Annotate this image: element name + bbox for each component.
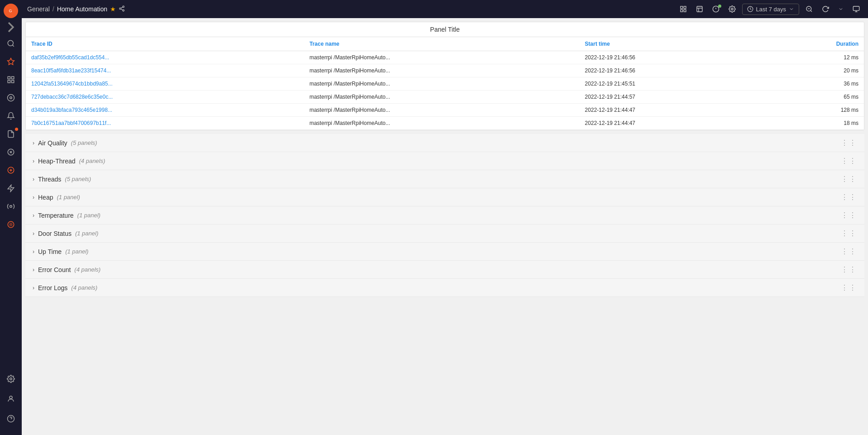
app-logo[interactable]: G	[4, 4, 18, 18]
sidebar-item-alerting[interactable]	[2, 108, 20, 124]
row-group[interactable]: › Air Quality (5 panels) ⋮⋮	[25, 134, 864, 152]
drag-handle-icon[interactable]: ⋮⋮	[841, 193, 857, 201]
start-time-cell: 2022-12-19 21:44:47	[580, 104, 764, 117]
refresh-dropdown-button[interactable]	[835, 5, 846, 14]
sidebar-item-user[interactable]	[2, 391, 20, 407]
time-range-label: Last 7 days	[756, 6, 786, 13]
dashboard-settings-button[interactable]	[726, 4, 739, 14]
svg-point-2	[8, 40, 13, 46]
sidebar-item-plugin2[interactable]	[2, 162, 20, 178]
table-row[interactable]: daf35b2ef9f65db55cad1dc554... masterrpi …	[26, 51, 864, 64]
row-group[interactable]: › Heap (1 panel) ⋮⋮	[25, 188, 864, 206]
group-name: Threads	[38, 176, 61, 183]
share-button[interactable]	[119, 5, 125, 13]
trace-id-cell[interactable]: 12042fa513649674cb1bbd9a85...	[26, 77, 304, 91]
group-name: Error Count	[38, 266, 71, 273]
add-panel-button[interactable]	[677, 4, 690, 14]
sidebar-item-dashboards[interactable]	[2, 72, 20, 88]
table-row[interactable]: 727debacc36c7d6828e6c35e0c... masterrpi …	[26, 91, 864, 104]
start-time-cell: 2022-12-19 21:44:47	[580, 117, 764, 130]
chevron-icon: ›	[33, 230, 34, 237]
drag-handle-icon[interactable]: ⋮⋮	[841, 139, 857, 147]
row-group[interactable]: › Error Logs (4 panels) ⋮⋮	[25, 279, 864, 297]
col-trace-id[interactable]: Trace ID	[26, 37, 304, 51]
start-time-cell: 2022-12-19 21:46:56	[580, 51, 764, 64]
table-row[interactable]: d34b019a3bfaca793c465e1998... masterrpi …	[26, 104, 864, 117]
svg-rect-27	[684, 6, 686, 9]
row-groups: › Air Quality (5 panels) ⋮⋮ › Heap-Threa…	[25, 134, 864, 297]
table-row[interactable]: 12042fa513649674cb1bbd9a85... masterrpi …	[26, 77, 864, 91]
trace-name-cell: masterrpi /MasterRpiHomeAuto...	[304, 104, 579, 117]
tv-mode-button[interactable]	[850, 4, 863, 14]
trace-id-cell[interactable]: 7b0c16751aa7bbf4700697b11f...	[26, 117, 304, 130]
table-row[interactable]: 8eac10f5af6fdb31ae233f15474... masterrpi…	[26, 64, 864, 77]
duration-cell: 20 ms	[764, 64, 864, 77]
trace-id-cell[interactable]: daf35b2ef9f65db55cad1dc554...	[26, 51, 304, 64]
online-badge	[718, 5, 721, 8]
sidebar-item-settings[interactable]	[2, 371, 20, 387]
sidebar-item-plugin4[interactable]	[2, 198, 20, 215]
dashboard-info-button[interactable]	[710, 4, 722, 14]
sidebar-item-explore[interactable]	[2, 90, 20, 106]
chevron-icon: ›	[33, 176, 34, 182]
sidebar-item-plugin5[interactable]	[2, 216, 20, 233]
svg-point-17	[10, 378, 12, 380]
group-name: Door Status	[38, 230, 72, 237]
sidebar-item-search[interactable]	[2, 35, 20, 52]
drag-handle-icon[interactable]: ⋮⋮	[841, 211, 857, 220]
time-range-picker[interactable]: Last 7 days	[742, 4, 800, 15]
start-time-cell: 2022-12-19 21:45:51	[580, 77, 764, 91]
col-trace-name[interactable]: Trace name	[304, 37, 579, 51]
trace-id-cell[interactable]: 8eac10f5af6fdb31ae233f15474...	[26, 64, 304, 77]
start-time-cell: 2022-12-19 21:46:56	[580, 64, 764, 77]
table-row[interactable]: 7b0c16751aa7bbf4700697b11f... masterrpi …	[26, 117, 864, 130]
trace-panel: Panel Title Trace ID Trace name Start ti…	[25, 22, 864, 130]
group-count: (5 panels)	[71, 139, 97, 146]
row-group[interactable]: › Threads (5 panels) ⋮⋮	[25, 170, 864, 188]
col-duration[interactable]: Duration	[764, 37, 864, 51]
sidebar-item-starred[interactable]	[2, 53, 20, 70]
col-start-time[interactable]: Start time	[580, 37, 764, 51]
drag-handle-icon[interactable]: ⋮⋮	[841, 265, 857, 274]
sidebar-item-plugin3[interactable]	[2, 180, 20, 196]
sidebar-item-annotations[interactable]	[2, 126, 20, 142]
topbar: General / Home Automation ★	[22, 0, 868, 18]
row-group[interactable]: › Error Count (4 panels) ⋮⋮	[25, 261, 864, 279]
drag-handle-icon[interactable]: ⋮⋮	[841, 283, 857, 292]
row-group[interactable]: › Door Status (1 panel) ⋮⋮	[25, 225, 864, 243]
svg-rect-26	[681, 6, 683, 9]
main-area: General / Home Automation ★	[22, 0, 868, 435]
sidebar-item-help[interactable]	[2, 411, 20, 427]
svg-rect-7	[12, 81, 14, 83]
trace-name-cell: masterrpi /MasterRpiHomeAuto...	[304, 91, 579, 104]
share-dashboard-button[interactable]	[693, 4, 706, 14]
trace-id-cell[interactable]: d34b019a3bfaca793c465e1998...	[26, 104, 304, 117]
drag-handle-icon[interactable]: ⋮⋮	[841, 175, 857, 183]
refresh-button[interactable]	[819, 4, 832, 14]
group-name: Error Logs	[38, 284, 67, 292]
breadcrumb-current[interactable]: Home Automation	[57, 5, 107, 13]
zoom-out-button[interactable]	[803, 4, 815, 14]
row-group[interactable]: › Temperature (1 panel) ⋮⋮	[25, 206, 864, 225]
svg-point-16	[10, 223, 12, 226]
drag-handle-icon[interactable]: ⋮⋮	[841, 157, 857, 165]
sidebar-item-plugin1[interactable]	[2, 144, 20, 160]
trace-name-cell: masterrpi /MasterRpiHomeAuto...	[304, 64, 579, 77]
trace-name-cell: masterrpi /MasterRpiHomeAuto...	[304, 77, 579, 91]
drag-handle-icon[interactable]: ⋮⋮	[841, 247, 857, 256]
chevron-icon: ›	[33, 212, 34, 219]
svg-rect-39	[853, 6, 859, 10]
start-time-cell: 2022-12-19 21:44:57	[580, 91, 764, 104]
group-name: Heap-Thread	[38, 158, 76, 165]
breadcrumb-root[interactable]: General	[27, 5, 50, 13]
group-count: (4 panels)	[71, 284, 97, 291]
row-group[interactable]: › Up Time (1 panel) ⋮⋮	[25, 243, 864, 261]
svg-point-18	[10, 396, 12, 399]
svg-point-21	[123, 6, 125, 7]
drag-handle-icon[interactable]: ⋮⋮	[841, 229, 857, 238]
row-group[interactable]: › Heap-Thread (4 panels) ⋮⋮	[25, 152, 864, 170]
group-count: (1 panel)	[57, 194, 80, 201]
star-button[interactable]: ★	[110, 5, 116, 13]
sidebar-toggle[interactable]	[2, 22, 20, 33]
trace-id-cell[interactable]: 727debacc36c7d6828e6c35e0c...	[26, 91, 304, 104]
